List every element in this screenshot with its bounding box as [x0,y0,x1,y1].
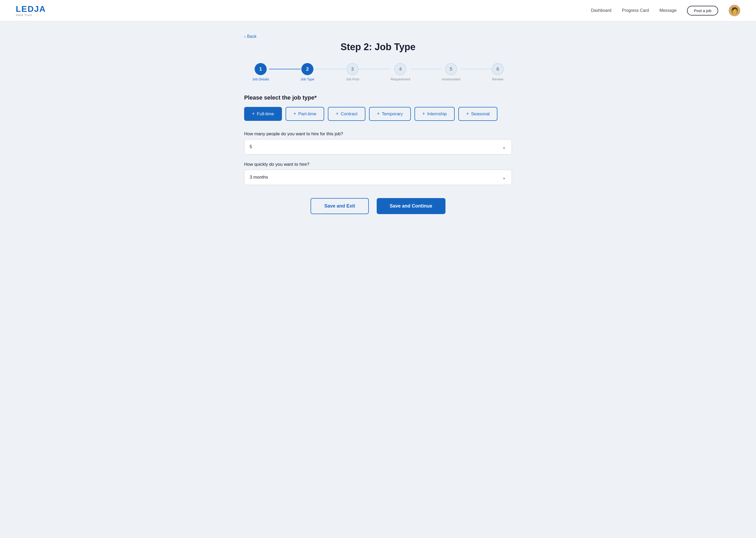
back-label: Back [247,34,257,39]
job-type-section: Please select the job type* + Full-time … [244,94,512,121]
step-label-5: Assessment [442,77,460,81]
job-type-temporary-label: Temporary [382,111,403,117]
step-connector-3 [359,69,391,69]
job-type-contract[interactable]: + Contract [328,107,365,121]
job-type-label: Please select the job type* [244,94,512,101]
hire-count-dropdown[interactable]: 5 ⌄ [244,139,512,154]
post-job-button[interactable]: Post a job [687,6,718,16]
chevron-down-icon: ⌄ [502,144,506,150]
step-circle-6: 6 [492,63,504,75]
nav-links: Dashboard Progress Card Message Post a j… [591,5,740,16]
job-type-internship-label: Internship [427,111,447,117]
plus-icon-parttime: + [294,111,296,117]
plus-icon-internship: + [422,111,425,117]
page-title: Step 2: Job Type [244,41,512,53]
avatar[interactable]: 🧑 [729,5,740,16]
hire-speed-dropdown[interactable]: 3 months ⌄ [244,170,512,185]
logo: LEDJA Valid Trust [16,5,46,17]
job-type-internship[interactable]: + Internship [414,107,455,121]
back-link[interactable]: ‹ Back [244,34,257,39]
step-label-6: Review [492,77,503,81]
plus-icon-fulltime: + [252,111,255,117]
plus-icon-contract: + [336,111,339,117]
save-continue-button[interactable]: Save and Continue [377,198,446,214]
step-1: 1 Job Details [252,63,269,81]
step-label-1: Job Details [252,77,269,81]
job-type-seasonal-label: Seasonal [471,111,490,117]
step-connector-5 [460,69,492,69]
step-circle-2: 2 [301,63,313,75]
stepper: 1 Job Details 2 Job Type 3 Job Post 4 Re [244,63,512,81]
chevron-down-icon-speed: ⌄ [502,174,506,181]
job-type-buttons: + Full-time + Part-time + Contract + Tem… [244,107,512,121]
hire-speed-value: 3 months [250,175,268,180]
job-type-parttime-label: Part-time [298,111,316,117]
navbar: LEDJA Valid Trust Dashboard Progress Car… [0,0,756,21]
bottom-actions: Save and Exit Save and Continue [244,198,512,214]
step-label-4: Requirement [391,77,410,81]
hire-count-group: How many people do you want to hire for … [244,131,512,154]
brand-tagline: Valid Trust [16,14,46,17]
step-circle-5: 5 [445,63,457,75]
job-type-parttime[interactable]: + Part-time [286,107,324,121]
hire-count-label: How many people do you want to hire for … [244,131,512,136]
hire-speed-group: How quickly do you want to hire? 3 month… [244,162,512,185]
main-content: ‹ Back Step 2: Job Type 1 Job Details 2 … [234,21,522,227]
plus-icon-temporary: + [377,111,380,117]
step-circle-4: 4 [394,63,406,75]
nav-dashboard[interactable]: Dashboard [591,8,611,13]
nav-message[interactable]: Message [659,8,677,13]
step-circle-3: 3 [347,63,358,75]
job-type-temporary[interactable]: + Temporary [369,107,411,121]
step-connector-2 [314,69,346,69]
step-connector-1 [269,69,301,69]
job-type-fulltime[interactable]: + Full-time [244,107,282,121]
chevron-left-icon: ‹ [244,34,246,39]
brand-name: LEDJA [16,5,46,13]
step-4: 4 Requirement [391,63,410,81]
step-6: 6 Review [492,63,504,81]
hire-speed-label: How quickly do you want to hire? [244,162,512,167]
step-label-3: Job Post [346,77,359,81]
job-type-contract-label: Contract [341,111,357,117]
plus-icon-seasonal: + [466,111,469,117]
step-label-2: Job Type [301,77,314,81]
step-5: 5 Assessment [442,63,460,81]
nav-progress-card[interactable]: Progress Card [622,8,649,13]
step-circle-1: 1 [255,63,267,75]
hire-count-value: 5 [250,144,252,149]
job-type-seasonal[interactable]: + Seasonal [458,107,497,121]
step-connector-4 [410,69,442,69]
step-2: 2 Job Type [301,63,314,81]
save-exit-button[interactable]: Save and Exit [310,198,368,214]
job-type-fulltime-label: Full-time [257,111,274,117]
step-3: 3 Job Post [346,63,359,81]
